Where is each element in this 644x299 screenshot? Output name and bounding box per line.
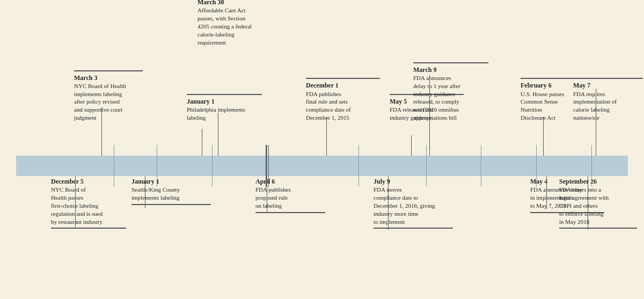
connector-dec1 bbox=[326, 117, 327, 156]
event-dec1: December 1 FDA publishesfinal rule and s… bbox=[306, 78, 380, 122]
axis-divider-2015 bbox=[426, 145, 427, 187]
connector-march30 bbox=[218, 113, 218, 156]
event-sept26: September 26 FDA enters into alegal agre… bbox=[559, 177, 637, 229]
axis-divider-2018 bbox=[591, 145, 592, 187]
connector-dec5 bbox=[75, 176, 76, 227]
axis-divider-2008 bbox=[114, 145, 114, 187]
connector-may4 bbox=[546, 176, 547, 209]
connector-may5 bbox=[411, 135, 412, 156]
connector-july9 bbox=[388, 176, 389, 230]
connector-jan1-seattle bbox=[145, 176, 145, 208]
event-march3: March 3 NYC Board of Healthimplements la… bbox=[74, 70, 143, 122]
axis-divider-2016 bbox=[481, 145, 481, 187]
connector-march9 bbox=[429, 75, 430, 156]
event-jan1-seattle: January 1 Seattle/King Countyimplements … bbox=[131, 177, 211, 205]
event-march30: March 30 Affordable Care Actpasses, with… bbox=[197, 0, 277, 122]
axis-divider-2017 bbox=[536, 145, 537, 187]
connector-feb6 bbox=[543, 117, 544, 156]
connector-march3 bbox=[101, 107, 102, 156]
event-dec5: December 5 NYC Board ofHealth passesfirs… bbox=[51, 177, 126, 229]
timeline-container: March 3 NYC Board of Healthimplements la… bbox=[0, 0, 644, 299]
event-july9: July 9 FDA movescompliance date toDecemb… bbox=[374, 177, 453, 229]
double-bar-2011 bbox=[266, 145, 269, 187]
axis-divider-2009 bbox=[157, 145, 157, 187]
connector-sept26 bbox=[588, 176, 588, 230]
connector-may7 bbox=[596, 89, 596, 156]
axis-divider-2014 bbox=[358, 145, 359, 187]
event-may7: May 7 FDA requiresimplementation ofcalor… bbox=[573, 78, 643, 122]
axis-divider-2010 bbox=[212, 145, 213, 187]
connector-jan1-philly bbox=[202, 129, 202, 156]
event-march9: March 9 FDA announcesdelay to 1 year aft… bbox=[413, 62, 488, 122]
